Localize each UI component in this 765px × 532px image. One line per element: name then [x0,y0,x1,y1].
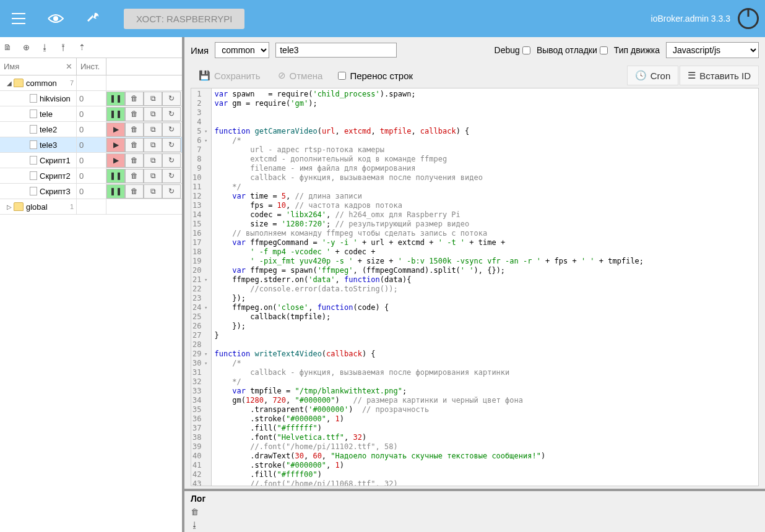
engine-label: Тип движка [614,45,660,55]
reload-icon[interactable]: ↻ [162,184,181,199]
output-checkbox[interactable] [600,46,608,54]
clock-icon: 🕓 [635,70,647,81]
insert-id-button[interactable]: ☰Вставить ID [680,66,759,85]
pause-button[interactable]: ❚❚ [106,184,125,199]
wrap-checkbox[interactable] [338,72,346,80]
host-label[interactable]: ХОСТ: RASPBERRYPI [124,9,244,29]
reload-icon[interactable]: ↻ [162,122,181,137]
reload-icon[interactable]: ↻ [162,153,181,168]
delete-icon[interactable]: 🗑 [125,153,144,168]
reload-icon[interactable]: ↻ [162,169,181,183]
cancel-icon: ⊘ [278,70,286,81]
eye-icon[interactable] [43,6,68,31]
download-icon[interactable]: ⭳ [40,43,50,53]
copy-icon[interactable]: ⧉ [144,153,162,168]
code-area[interactable]: var spawn = require('child_process').spa… [212,88,758,486]
tree-script[interactable]: hikvision 0 ❚❚ 🗑 ⧉ ↻ [0,91,182,106]
tree-script[interactable]: tele 0 ❚❚ 🗑 ⧉ ↻ [0,106,182,122]
log-download-icon[interactable]: ⭳ [191,520,759,530]
tree-script[interactable]: Скрипт2 0 ❚❚ 🗑 ⧉ ↻ [0,168,182,184]
copy-icon[interactable]: ⧉ [144,122,162,137]
version-label: ioBroker.admin 3.3.3 [651,14,730,24]
log-title: Лог [191,494,759,504]
import-icon[interactable]: ⭱ [58,43,68,53]
name-label: Имя [191,45,209,56]
sidebar-toolbar: 🗎 ⊕ ⭳ ⭱ ⇡ [0,37,182,58]
filter-inst-input[interactable] [77,58,106,75]
copy-icon[interactable]: ⧉ [144,138,162,152]
play-button[interactable]: ▶ [106,153,125,168]
debug-checkbox[interactable] [522,46,530,54]
delete-icon[interactable]: 🗑 [125,122,144,137]
delete-icon[interactable]: 🗑 [125,138,144,152]
tree-script[interactable]: Скрипт3 0 ❚❚ 🗑 ⧉ ↻ [0,184,182,199]
group-select[interactable]: common [215,42,269,58]
filter-name-input[interactable] [0,58,62,75]
editor-header: Имя common Debug Вывод отладки Тип движк… [184,37,765,63]
delete-icon[interactable]: 🗑 [125,184,144,199]
cron-button[interactable]: 🕓Cron [627,66,679,85]
editor-pane: Имя common Debug Вывод отладки Тип движк… [184,37,765,532]
cancel-button[interactable]: ⊘Отмена [270,66,331,85]
reload-icon[interactable]: ↻ [162,92,181,106]
output-checkbox-label: Вывод отладки [537,45,608,55]
wrench-icon[interactable] [80,6,105,31]
log-trash-icon[interactable]: 🗑 [191,507,759,517]
script-tree: ◢common7 hikvision 0 ❚❚ 🗑 ⧉ ↻ tele 0 ❚❚ … [0,75,182,215]
script-name-input[interactable] [275,43,397,58]
top-bar: ХОСТ: RASPBERRYPI ioBroker.admin 3.3.3 [0,0,765,37]
engine-select[interactable]: Javascript/js [666,42,759,58]
svg-point-0 [53,16,58,21]
tree-folder[interactable]: ◢common7 [0,75,182,91]
delete-icon[interactable]: 🗑 [125,107,144,121]
filter-row: ✕ [0,58,182,75]
brand-icon [738,8,759,29]
upload-icon[interactable]: ⇡ [77,43,87,53]
wrap-checkbox-label: Перенос строк [338,71,413,81]
tree-folder[interactable]: ▷global1 [0,199,182,215]
new-file-icon[interactable]: 🗎 [2,43,12,53]
list-icon: ☰ [688,70,696,81]
copy-icon[interactable]: ⧉ [144,107,162,121]
copy-icon[interactable]: ⧉ [144,92,162,106]
tree-script[interactable]: Скрипт1 0 ▶ 🗑 ⧉ ↻ [0,153,182,168]
clear-filter-icon[interactable]: ✕ [62,62,76,71]
tree-script[interactable]: tele3 0 ▶ 🗑 ⧉ ↻ [0,137,182,153]
menu-icon[interactable] [6,6,31,31]
editor-toolbar: 💾Сохранить ⊘Отмена Перенос строк 🕓Cron ☰… [184,63,765,88]
code-editor[interactable]: 12345▾6▾789101112131415161718192021▾2223… [191,88,759,486]
reload-icon[interactable]: ↻ [162,138,181,152]
log-panel: Лог 🗑 ⭳ [184,489,765,532]
save-button[interactable]: 💾Сохранить [191,66,269,85]
play-button[interactable]: ▶ [106,138,125,152]
pause-button[interactable]: ❚❚ [106,169,125,183]
tree-script[interactable]: tele2 0 ▶ 🗑 ⧉ ↻ [0,122,182,137]
delete-icon[interactable]: 🗑 [125,169,144,183]
reload-icon[interactable]: ↻ [162,107,181,121]
line-gutter: 12345▾6▾789101112131415161718192021▾2223… [191,88,212,486]
pause-button[interactable]: ❚❚ [106,107,125,121]
delete-icon[interactable]: 🗑 [125,92,144,106]
new-folder-icon[interactable]: ⊕ [21,43,31,53]
play-button[interactable]: ▶ [106,122,125,137]
debug-checkbox-label: Debug [495,45,530,55]
copy-icon[interactable]: ⧉ [144,169,162,183]
disk-icon: 💾 [199,70,210,81]
copy-icon[interactable]: ⧉ [144,184,162,199]
pause-button[interactable]: ❚❚ [106,92,125,106]
sidebar: 🗎 ⊕ ⭳ ⭱ ⇡ ✕ ◢common7 hikvision 0 ❚❚ 🗑 ⧉ … [0,37,184,532]
